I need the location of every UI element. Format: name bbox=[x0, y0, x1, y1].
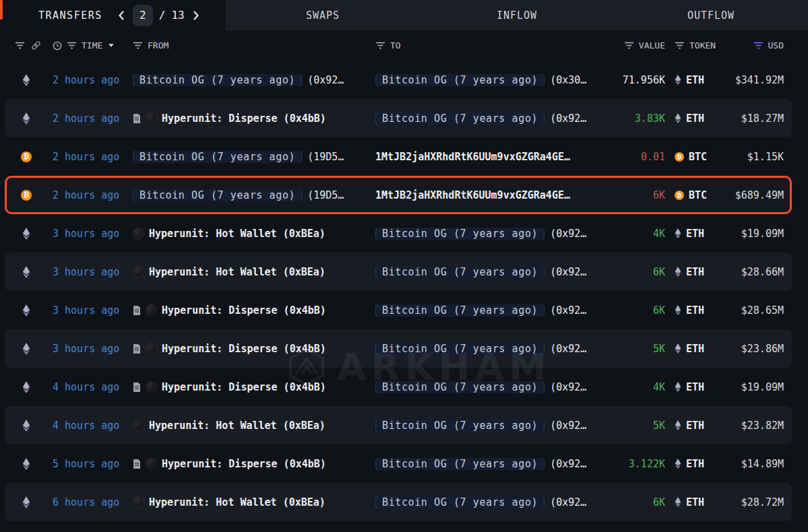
to-address[interactable]: (0x92… bbox=[550, 496, 586, 508]
to-entity-pill[interactable]: Bitcoin OG (7 years ago)(0x92… bbox=[370, 228, 586, 240]
from-entity-name[interactable]: Hyperunit: Disperse (0x4bB) bbox=[162, 112, 326, 125]
to-address[interactable]: (0x92… bbox=[550, 304, 586, 317]
entity-tag[interactable]: Bitcoin OG (7 years ago) bbox=[133, 151, 302, 163]
time-link[interactable]: 6 hours ago bbox=[48, 496, 127, 508]
next-page-button[interactable] bbox=[191, 9, 201, 22]
from-entity[interactable]: Hyperunit: Hot Wallet (0xBEa) bbox=[133, 266, 325, 278]
column-header-time[interactable]: TIME bbox=[82, 40, 102, 51]
filter-icon[interactable] bbox=[675, 42, 685, 49]
transfer-row[interactable]: ₿ 2 hours ago Bitcoin OG (7 years ago)(1… bbox=[5, 137, 792, 176]
to-address[interactable]: (0x92… bbox=[550, 266, 586, 278]
entity-tag[interactable]: Bitcoin OG (7 years ago) bbox=[133, 74, 302, 86]
to-address[interactable]: 1MtJB2jaHXRhdRtK6UUm9vxGZGRa4GE… bbox=[375, 189, 570, 201]
from-entity[interactable]: Hyperunit: Disperse (0x4bB) bbox=[133, 112, 326, 125]
to-entity-pill[interactable]: Bitcoin OG (7 years ago)(0x92… bbox=[370, 343, 586, 355]
entity-tag[interactable]: Bitcoin OG (7 years ago) bbox=[133, 189, 302, 201]
to-entity-pill[interactable]: Bitcoin OG (7 years ago)(0x92… bbox=[370, 381, 586, 393]
to-address[interactable]: (0x92… bbox=[550, 420, 586, 432]
from-entity[interactable]: Hyperunit: Disperse (0x4bB) bbox=[133, 304, 326, 317]
from-address[interactable]: (0x92… bbox=[307, 74, 344, 86]
from-entity[interactable]: Hyperunit: Disperse (0x4bB) bbox=[133, 343, 326, 355]
prev-page-button[interactable] bbox=[116, 9, 127, 22]
time-link[interactable]: 2 hours ago bbox=[48, 74, 127, 86]
filter-icon[interactable] bbox=[67, 42, 77, 49]
transfer-row[interactable]: 4 hours ago Hyperunit: Disperse (0x4bB) … bbox=[5, 368, 792, 406]
time-link[interactable]: 2 hours ago bbox=[48, 151, 127, 163]
from-entity[interactable]: Hyperunit: Hot Wallet (0xBEa) bbox=[133, 496, 325, 508]
from-entity[interactable]: Hyperunit: Hot Wallet (0xBEa) bbox=[133, 228, 325, 240]
to-address[interactable]: (0x92… bbox=[550, 458, 586, 470]
transfer-row[interactable]: 3 hours ago Hyperunit: Hot Wallet (0xBEa… bbox=[5, 253, 792, 291]
time-link[interactable]: 2 hours ago bbox=[48, 189, 127, 201]
entity-tag[interactable]: Bitcoin OG (7 years ago) bbox=[375, 343, 545, 355]
to-address[interactable]: (0x92… bbox=[550, 112, 586, 125]
transfer-row[interactable]: 5 hours ago Hyperunit: Disperse (0x4bB) … bbox=[5, 444, 792, 483]
transfer-row[interactable]: 4 hours ago Hyperunit: Hot Wallet (0xBEa… bbox=[5, 406, 792, 444]
to-entity-pill[interactable]: Bitcoin OG (7 years ago)(0x92… bbox=[370, 458, 586, 470]
from-entity-pill[interactable]: Bitcoin OG (7 years ago)(19D5… bbox=[127, 189, 344, 201]
from-entity[interactable]: Hyperunit: Disperse (0x4bB) bbox=[133, 381, 326, 393]
to-address[interactable]: (0x30… bbox=[550, 74, 586, 86]
to-address[interactable]: (0x92… bbox=[550, 228, 586, 240]
tab-swaps[interactable]: SWAPS bbox=[226, 0, 420, 30]
from-entity-name[interactable]: Hyperunit: Disperse (0x4bB) bbox=[162, 343, 326, 355]
to-address[interactable]: 1MtJB2jaHXRhdRtK6UUm9vxGZGRa4GE… bbox=[375, 151, 570, 163]
entity-tag[interactable]: Bitcoin OG (7 years ago) bbox=[375, 496, 545, 508]
filter-icon[interactable] bbox=[624, 42, 634, 49]
to-entity-pill[interactable]: Bitcoin OG (7 years ago)(0x92… bbox=[370, 112, 586, 125]
transfer-row[interactable]: 2 hours ago Hyperunit: Disperse (0x4bB) … bbox=[5, 99, 792, 137]
tab-inflow[interactable]: INFLOW bbox=[420, 0, 614, 30]
chevron-down-icon[interactable] bbox=[108, 44, 114, 47]
column-header-usd[interactable]: USD bbox=[768, 40, 784, 51]
time-link[interactable]: 2 hours ago bbox=[48, 112, 127, 125]
to-entity-pill[interactable]: Bitcoin OG (7 years ago)(0x92… bbox=[370, 304, 586, 317]
time-link[interactable]: 3 hours ago bbox=[48, 343, 127, 355]
chain-link-icon[interactable] bbox=[31, 40, 41, 51]
from-entity-pill[interactable]: Bitcoin OG (7 years ago)(0x92… bbox=[127, 74, 344, 86]
transfer-row[interactable]: 3 hours ago Hyperunit: Hot Wallet (0xBEa… bbox=[5, 214, 792, 253]
time-link[interactable]: 4 hours ago bbox=[48, 381, 127, 393]
entity-tag[interactable]: Bitcoin OG (7 years ago) bbox=[375, 74, 545, 86]
transfer-row[interactable]: 6 hours ago Hyperunit: Hot Wallet (0xBEa… bbox=[5, 483, 792, 521]
to-entity-pill[interactable]: Bitcoin OG (7 years ago)(0x92… bbox=[370, 496, 586, 508]
to-address[interactable]: (0x92… bbox=[550, 343, 586, 355]
time-link[interactable]: 3 hours ago bbox=[48, 266, 127, 278]
transfer-row[interactable]: 2 hours ago Bitcoin OG (7 years ago)(0x9… bbox=[5, 61, 792, 99]
filter-icon-usd[interactable] bbox=[753, 42, 764, 49]
from-address[interactable]: (19D5… bbox=[307, 189, 344, 201]
time-link[interactable]: 4 hours ago bbox=[48, 420, 127, 432]
entity-tag[interactable]: Bitcoin OG (7 years ago) bbox=[375, 381, 545, 393]
filter-icon[interactable] bbox=[375, 42, 385, 49]
entity-tag[interactable]: Bitcoin OG (7 years ago) bbox=[375, 458, 545, 470]
from-entity-name[interactable]: Hyperunit: Hot Wallet (0xBEa) bbox=[149, 228, 325, 240]
time-link[interactable]: 5 hours ago bbox=[48, 458, 127, 470]
from-entity-name[interactable]: Hyperunit: Hot Wallet (0xBEa) bbox=[149, 420, 325, 432]
transfer-row[interactable]: 3 hours ago Hyperunit: Disperse (0x4bB) … bbox=[5, 329, 792, 368]
to-entity-pill[interactable]: Bitcoin OG (7 years ago)(0x30… bbox=[370, 74, 586, 86]
entity-tag[interactable]: Bitcoin OG (7 years ago) bbox=[375, 304, 545, 317]
entity-tag[interactable]: Bitcoin OG (7 years ago) bbox=[375, 420, 545, 432]
tab-transfers[interactable]: TRANSFERS 2 / 13 bbox=[0, 0, 226, 30]
column-header-value[interactable]: VALUE bbox=[639, 40, 665, 51]
column-header-from[interactable]: FROM bbox=[148, 40, 168, 51]
filter-icon[interactable] bbox=[133, 42, 143, 49]
column-header-to[interactable]: TO bbox=[390, 40, 401, 51]
from-entity-name[interactable]: Hyperunit: Hot Wallet (0xBEa) bbox=[149, 266, 325, 278]
time-link[interactable]: 3 hours ago bbox=[48, 304, 127, 317]
from-entity-name[interactable]: Hyperunit: Disperse (0x4bB) bbox=[162, 458, 326, 470]
transfer-row[interactable]: ₿ 2 hours ago Bitcoin OG (7 years ago)(1… bbox=[5, 176, 792, 214]
entity-tag[interactable]: Bitcoin OG (7 years ago) bbox=[375, 266, 545, 278]
filter-icon[interactable] bbox=[15, 42, 25, 49]
from-entity[interactable]: Hyperunit: Disperse (0x4bB) bbox=[133, 458, 326, 470]
to-address[interactable]: (0x92… bbox=[550, 381, 586, 393]
entity-tag[interactable]: Bitcoin OG (7 years ago) bbox=[375, 112, 545, 125]
time-link[interactable]: 3 hours ago bbox=[48, 228, 127, 240]
transfer-row[interactable]: 3 hours ago Hyperunit: Disperse (0x4bB) … bbox=[5, 291, 792, 329]
clock-icon[interactable] bbox=[53, 41, 62, 51]
entity-tag[interactable]: Bitcoin OG (7 years ago) bbox=[375, 228, 545, 240]
tab-outflow[interactable]: OUTFLOW bbox=[614, 0, 808, 30]
from-entity-name[interactable]: Hyperunit: Disperse (0x4bB) bbox=[162, 304, 326, 317]
from-entity-pill[interactable]: Bitcoin OG (7 years ago)(19D5… bbox=[127, 151, 344, 163]
column-header-token[interactable]: TOKEN bbox=[689, 40, 716, 51]
from-entity[interactable]: Hyperunit: Hot Wallet (0xBEa) bbox=[133, 420, 325, 432]
